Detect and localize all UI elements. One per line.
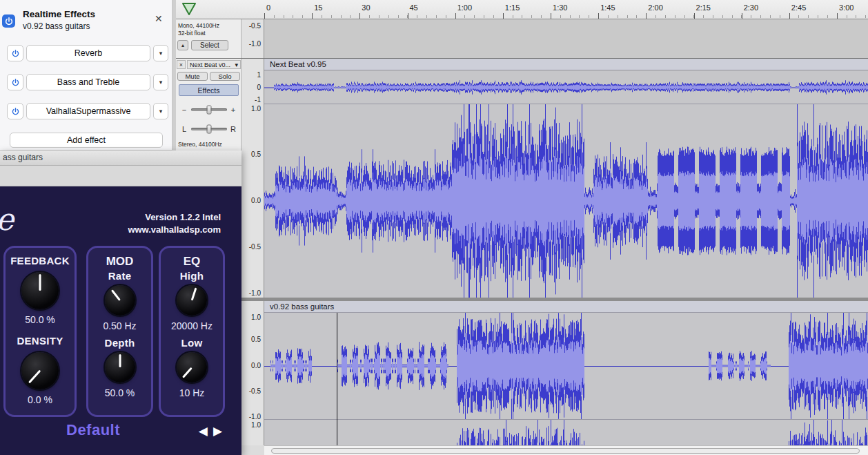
- plugin-version: Version 1.2.2 Intel www.valhalladsp.com: [128, 211, 221, 236]
- plugin-logo-fragment: e: [0, 202, 14, 237]
- track-close-button[interactable]: ×: [177, 60, 186, 69]
- select-button[interactable]: Select: [191, 40, 228, 50]
- plugin-window: ass guitars e Version 1.2.2 Intel www.va…: [0, 151, 241, 455]
- gain-slider[interactable]: − +: [176, 101, 241, 119]
- scale-label: 0: [241, 84, 261, 92]
- pan-slider-groove[interactable]: [191, 128, 227, 130]
- track3-waveform-right[interactable]: [264, 420, 868, 445]
- timeline-ruler[interactable]: 01530451:001:151:301:452:002:152:302:453…: [176, 0, 868, 19]
- timeline-tick: [408, 13, 408, 19]
- effect-power-button[interactable]: [7, 45, 23, 61]
- scale-label: 1.0: [241, 105, 261, 113]
- effect-options-button[interactable]: ▾: [153, 45, 168, 61]
- scale-label: -0.5: [241, 387, 261, 396]
- plugin-toolbar: [0, 166, 241, 186]
- scale-label: 1: [241, 71, 261, 79]
- feedback-knob[interactable]: [21, 272, 59, 309]
- eq-panel: EQ High 20000 Hz Low 10 Hz: [159, 246, 225, 417]
- gain-max-label: +: [230, 106, 237, 114]
- scale-label: -0.5: [241, 22, 261, 30]
- collapse-track-button[interactable]: ▴: [177, 40, 188, 50]
- depth-knob[interactable]: [105, 352, 135, 383]
- pan-slider-thumb[interactable]: [206, 125, 211, 134]
- add-effect-button[interactable]: Add effect: [10, 133, 163, 148]
- track2-format: Stereo, 44100Hz: [178, 141, 222, 148]
- effect-name-button[interactable]: Bass and Treble: [26, 74, 150, 90]
- timeline-label: 2:30: [744, 3, 758, 12]
- eq-high-value: 20000 Hz: [171, 320, 213, 331]
- effect-power-button[interactable]: [7, 74, 23, 90]
- panel-title: Realtime Effects: [23, 9, 95, 19]
- feedback-value: 50.0 %: [25, 314, 55, 325]
- chevron-down-icon: ▾: [235, 61, 238, 68]
- timeline-label: 2:00: [648, 3, 662, 12]
- track3-waveform-left[interactable]: [264, 313, 868, 419]
- website-link[interactable]: www.valhalladsp.com: [128, 224, 221, 236]
- gain-slider-groove[interactable]: [191, 108, 227, 111]
- feedback-label: FEEDBACK: [10, 255, 70, 267]
- track3-waveform-right-clip: [264, 420, 868, 445]
- timeline-tick: [598, 13, 599, 19]
- scale-label: 0.5: [241, 151, 261, 159]
- density-knob[interactable]: [21, 352, 59, 389]
- gain-slider-thumb[interactable]: [206, 106, 211, 115]
- timeline-label: 2:45: [791, 3, 806, 12]
- track2-waveform-right[interactable]: [264, 104, 868, 298]
- preset-next-button[interactable]: ▶: [213, 424, 222, 438]
- scale-label: -1: [241, 96, 261, 104]
- effect-options-button[interactable]: ▾: [153, 74, 168, 90]
- timeline-tick: [312, 13, 313, 19]
- track-menu-button[interactable]: Next Beat v0... ▾: [187, 60, 241, 69]
- rate-knob[interactable]: [105, 285, 135, 316]
- effects-button[interactable]: Effects: [179, 84, 239, 96]
- clip-title-track2[interactable]: Next Beat v0.95: [264, 59, 868, 70]
- effect-options-button[interactable]: ▾: [153, 103, 168, 119]
- playback-cursor: [337, 313, 337, 445]
- timeline-label: 1:45: [600, 3, 615, 12]
- depth-label: Depth: [105, 337, 135, 349]
- preset-selector[interactable]: Default: [66, 421, 120, 439]
- density-value: 0.0 %: [28, 394, 52, 405]
- eq-high-knob[interactable]: [177, 285, 207, 316]
- timeline-label: 45: [410, 3, 418, 12]
- plugin-window-title[interactable]: ass guitars: [0, 151, 241, 166]
- solo-button[interactable]: Solo: [210, 72, 240, 81]
- timeline-tick: [551, 13, 551, 19]
- playhead-pin-button[interactable]: [181, 1, 197, 17]
- scale-label: 1.0: [241, 421, 261, 429]
- effect-power-button[interactable]: [7, 103, 23, 119]
- effect-name-button[interactable]: ValhallaSupermassive: [26, 103, 150, 119]
- timeline-tick: [455, 13, 456, 19]
- eq-low-knob[interactable]: [177, 352, 207, 383]
- knob-pointer: [182, 367, 193, 378]
- eq-high-label: High: [180, 270, 204, 282]
- eq-title: EQ: [184, 255, 201, 269]
- mute-button[interactable]: Mute: [177, 72, 208, 81]
- timeline-label: 30: [362, 3, 370, 12]
- scrollbar-thumb[interactable]: [271, 448, 860, 454]
- rate-value: 0.50 Hz: [103, 320, 136, 331]
- scale-label: 0.5: [241, 336, 261, 344]
- depth-value: 50.0 %: [105, 387, 135, 398]
- pan-slider[interactable]: L R: [176, 120, 241, 138]
- timeline-label: 1:15: [505, 3, 520, 12]
- clip-title-track3[interactable]: v0.92 bass guitars: [264, 301, 868, 313]
- power-icon: [11, 78, 20, 87]
- mod-title: MOD: [106, 255, 134, 269]
- scale-label: 0.0: [241, 362, 261, 370]
- pan-right-label: R: [230, 125, 237, 133]
- panel-subtitle: v0.92 bass guitars: [23, 21, 90, 31]
- close-icon[interactable]: ✕: [155, 13, 163, 24]
- track2-waveform-left[interactable]: [264, 71, 868, 104]
- track1-wave-area[interactable]: [264, 19, 868, 58]
- density-label: DENSITY: [17, 335, 63, 347]
- effect-name-button[interactable]: Reverb: [26, 45, 150, 61]
- eq-low-label: Low: [181, 337, 203, 349]
- preset-prev-button[interactable]: ◀: [199, 424, 208, 438]
- track1-format-line2: 32-bit float: [178, 30, 240, 37]
- horizontal-scrollbar[interactable]: [264, 445, 868, 455]
- track1-format-line1: Mono, 44100Hz: [178, 22, 240, 29]
- timeline-label: 1:30: [553, 3, 567, 12]
- master-power-button[interactable]: [2, 14, 15, 28]
- power-icon: [11, 49, 20, 58]
